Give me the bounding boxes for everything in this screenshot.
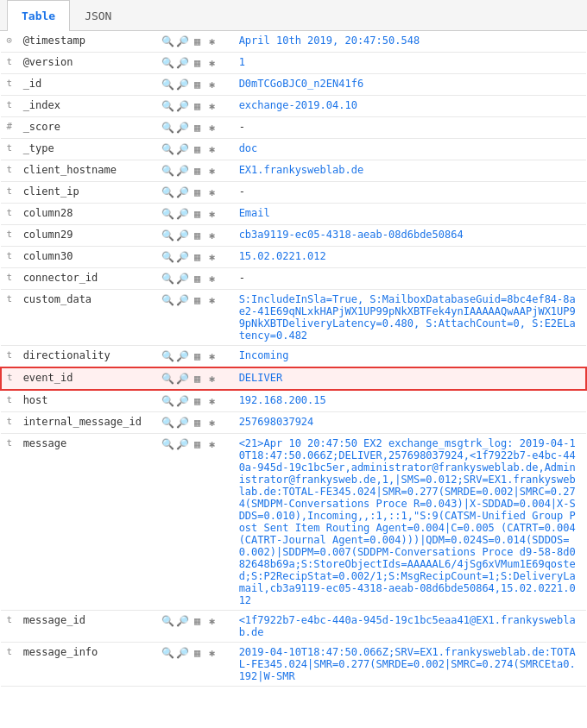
grid-icon[interactable]: ▦ bbox=[191, 614, 205, 628]
grid-icon[interactable]: ▦ bbox=[191, 437, 205, 451]
field-actions[interactable]: 🔍🔎▦✱ bbox=[156, 96, 234, 117]
star-icon[interactable]: ✱ bbox=[205, 416, 219, 430]
star-icon[interactable]: ✱ bbox=[205, 614, 219, 628]
magnify-minus-icon[interactable]: 🔎 bbox=[176, 272, 190, 286]
tab-table[interactable]: Table bbox=[7, 0, 70, 31]
magnify-plus-icon[interactable]: 🔍 bbox=[161, 349, 175, 363]
magnify-minus-icon[interactable]: 🔎 bbox=[176, 56, 190, 70]
magnify-plus-icon[interactable]: 🔍 bbox=[161, 250, 175, 264]
magnify-minus-icon[interactable]: 🔎 bbox=[176, 416, 190, 430]
field-actions[interactable]: 🔍🔎▦✱ bbox=[156, 346, 234, 368]
magnify-plus-icon[interactable]: 🔍 bbox=[161, 35, 175, 48]
star-icon[interactable]: ✱ bbox=[205, 99, 219, 113]
magnify-plus-icon[interactable]: 🔍 bbox=[161, 142, 175, 156]
star-icon[interactable]: ✱ bbox=[205, 207, 219, 221]
magnify-minus-icon[interactable]: 🔎 bbox=[176, 207, 190, 221]
magnify-plus-icon[interactable]: 🔍 bbox=[161, 293, 175, 307]
star-icon[interactable]: ✱ bbox=[205, 185, 219, 199]
magnify-plus-icon[interactable]: 🔍 bbox=[161, 185, 175, 199]
magnify-minus-icon[interactable]: 🔎 bbox=[176, 614, 190, 628]
magnify-minus-icon[interactable]: 🔎 bbox=[176, 372, 190, 386]
field-actions[interactable]: 🔍🔎▦✱ bbox=[156, 182, 234, 204]
grid-icon[interactable]: ▦ bbox=[191, 272, 205, 286]
grid-icon[interactable]: ▦ bbox=[191, 293, 205, 307]
field-actions[interactable]: 🔍🔎▦✱ bbox=[156, 611, 234, 643]
grid-icon[interactable]: ▦ bbox=[191, 394, 205, 408]
field-actions[interactable]: 🔍🔎▦✱ bbox=[156, 117, 234, 139]
magnify-plus-icon[interactable]: 🔍 bbox=[161, 614, 175, 628]
field-actions[interactable]: 🔍🔎▦✱ bbox=[156, 412, 234, 434]
magnify-plus-icon[interactable]: 🔍 bbox=[161, 164, 175, 178]
grid-icon[interactable]: ▦ bbox=[191, 56, 205, 70]
grid-icon[interactable]: ▦ bbox=[191, 250, 205, 264]
field-actions[interactable]: 🔍🔎▦✱ bbox=[156, 434, 234, 611]
magnify-plus-icon[interactable]: 🔍 bbox=[161, 229, 175, 242]
grid-icon[interactable]: ▦ bbox=[191, 78, 205, 91]
grid-icon[interactable]: ▦ bbox=[191, 142, 205, 156]
magnify-minus-icon[interactable]: 🔎 bbox=[176, 349, 190, 363]
field-actions[interactable]: 🔍🔎▦✱ bbox=[156, 204, 234, 225]
magnify-plus-icon[interactable]: 🔍 bbox=[161, 121, 175, 135]
magnify-minus-icon[interactable]: 🔎 bbox=[176, 293, 190, 307]
field-actions[interactable]: 🔍🔎▦✱ bbox=[156, 367, 234, 390]
field-actions[interactable]: 🔍🔎▦✱ bbox=[156, 225, 234, 247]
magnify-minus-icon[interactable]: 🔎 bbox=[176, 78, 190, 91]
star-icon[interactable]: ✱ bbox=[205, 35, 219, 48]
field-actions[interactable]: 🔍🔎▦✱ bbox=[156, 268, 234, 290]
magnify-plus-icon[interactable]: 🔍 bbox=[161, 646, 175, 660]
star-icon[interactable]: ✱ bbox=[205, 646, 219, 660]
magnify-plus-icon[interactable]: 🔍 bbox=[161, 372, 175, 386]
field-actions[interactable]: 🔍🔎▦✱ bbox=[156, 643, 234, 687]
field-actions[interactable]: 🔍🔎▦✱ bbox=[156, 290, 234, 346]
star-icon[interactable]: ✱ bbox=[205, 78, 219, 91]
grid-icon[interactable]: ▦ bbox=[191, 164, 205, 178]
magnify-minus-icon[interactable]: 🔎 bbox=[176, 185, 190, 199]
field-actions[interactable]: 🔍🔎▦✱ bbox=[156, 390, 234, 412]
magnify-plus-icon[interactable]: 🔍 bbox=[161, 78, 175, 91]
field-actions[interactable]: 🔍🔎▦✱ bbox=[156, 247, 234, 268]
star-icon[interactable]: ✱ bbox=[205, 164, 219, 178]
star-icon[interactable]: ✱ bbox=[205, 250, 219, 264]
magnify-plus-icon[interactable]: 🔍 bbox=[161, 272, 175, 286]
star-icon[interactable]: ✱ bbox=[205, 437, 219, 451]
grid-icon[interactable]: ▦ bbox=[191, 229, 205, 242]
magnify-minus-icon[interactable]: 🔎 bbox=[176, 99, 190, 113]
star-icon[interactable]: ✱ bbox=[205, 394, 219, 408]
magnify-plus-icon[interactable]: 🔍 bbox=[161, 56, 175, 70]
field-actions[interactable]: 🔍🔎▦✱ bbox=[156, 74, 234, 96]
grid-icon[interactable]: ▦ bbox=[191, 646, 205, 660]
grid-icon[interactable]: ▦ bbox=[191, 35, 205, 48]
grid-icon[interactable]: ▦ bbox=[191, 416, 205, 430]
magnify-plus-icon[interactable]: 🔍 bbox=[161, 207, 175, 221]
grid-icon[interactable]: ▦ bbox=[191, 349, 205, 363]
star-icon[interactable]: ✱ bbox=[205, 121, 219, 135]
magnify-minus-icon[interactable]: 🔎 bbox=[176, 121, 190, 135]
field-actions[interactable]: 🔍🔎▦✱ bbox=[156, 139, 234, 160]
magnify-minus-icon[interactable]: 🔎 bbox=[176, 142, 190, 156]
star-icon[interactable]: ✱ bbox=[205, 229, 219, 242]
tab-json[interactable]: JSON bbox=[70, 0, 126, 31]
magnify-minus-icon[interactable]: 🔎 bbox=[176, 437, 190, 451]
star-icon[interactable]: ✱ bbox=[205, 372, 219, 386]
star-icon[interactable]: ✱ bbox=[205, 142, 219, 156]
star-icon[interactable]: ✱ bbox=[205, 349, 219, 363]
magnify-minus-icon[interactable]: 🔎 bbox=[176, 646, 190, 660]
field-actions[interactable]: 🔍🔎▦✱ bbox=[156, 160, 234, 182]
magnify-minus-icon[interactable]: 🔎 bbox=[176, 164, 190, 178]
grid-icon[interactable]: ▦ bbox=[191, 207, 205, 221]
magnify-minus-icon[interactable]: 🔎 bbox=[176, 394, 190, 408]
grid-icon[interactable]: ▦ bbox=[191, 121, 205, 135]
star-icon[interactable]: ✱ bbox=[205, 293, 219, 307]
magnify-plus-icon[interactable]: 🔍 bbox=[161, 99, 175, 113]
magnify-minus-icon[interactable]: 🔎 bbox=[176, 229, 190, 242]
grid-icon[interactable]: ▦ bbox=[191, 185, 205, 199]
grid-icon[interactable]: ▦ bbox=[191, 372, 205, 386]
field-actions[interactable]: 🔍🔎▦✱ bbox=[156, 53, 234, 74]
magnify-plus-icon[interactable]: 🔍 bbox=[161, 437, 175, 451]
field-actions[interactable]: 🔍🔎▦✱ bbox=[156, 31, 234, 53]
magnify-minus-icon[interactable]: 🔎 bbox=[176, 35, 190, 48]
star-icon[interactable]: ✱ bbox=[205, 272, 219, 286]
grid-icon[interactable]: ▦ bbox=[191, 99, 205, 113]
magnify-plus-icon[interactable]: 🔍 bbox=[161, 416, 175, 430]
magnify-plus-icon[interactable]: 🔍 bbox=[161, 394, 175, 408]
